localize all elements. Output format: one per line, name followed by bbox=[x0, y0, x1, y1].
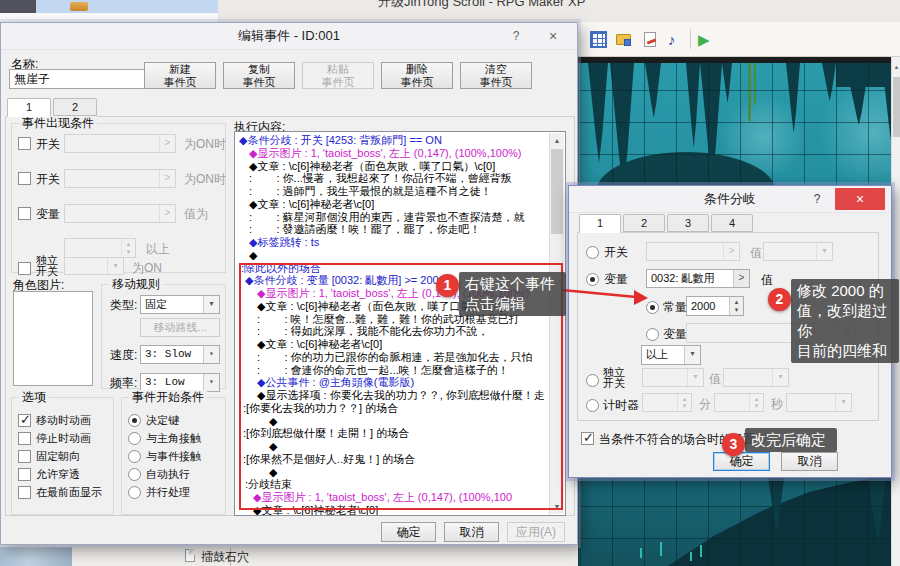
map-tree-item[interactable]: 擂鼓石穴 bbox=[201, 549, 249, 566]
condition-suffix: 为ON时 bbox=[184, 136, 226, 153]
cube-shape bbox=[624, 39, 631, 46]
branch-tab[interactable]: 3 bbox=[667, 214, 709, 232]
ok-button[interactable]: 确定 bbox=[381, 522, 436, 542]
condition-spinner-suffix: 以上 bbox=[146, 241, 170, 258]
comparison-select[interactable]: 以上 bbox=[641, 345, 701, 365]
event-page-tab[interactable]: 2 bbox=[53, 98, 97, 116]
play-icon[interactable]: ▶ bbox=[698, 31, 715, 48]
event-page-button[interactable]: 粘贴 事件页 bbox=[302, 62, 374, 89]
event-page-tab[interactable]: 1 bbox=[7, 98, 51, 117]
self-switch-value-combo[interactable] bbox=[723, 368, 789, 387]
annotation-step-3-tip: 改完后确定 bbox=[745, 428, 837, 452]
event-command-line[interactable]: : : 蘇星河那個沒用的東西，連背景也不查探清楚，就 bbox=[235, 211, 565, 224]
apply-button[interactable]: 应用(A) bbox=[507, 522, 565, 542]
self-switch-checkbox[interactable] bbox=[18, 262, 31, 275]
self-switch-radio[interactable] bbox=[586, 374, 599, 387]
event-command-line[interactable]: ◆文章 : \c[6]神秘老者（面色灰敗，嘆了口氣）\c[0] bbox=[235, 160, 565, 173]
script-icon[interactable] bbox=[642, 31, 659, 48]
toolbar-separator bbox=[690, 29, 691, 49]
background-bottom-panel: 擂鼓石穴 bbox=[0, 545, 578, 566]
event-command-line[interactable]: ◆显示图片 : 1, 'taoist_boss', 左上 (0,147), (1… bbox=[235, 147, 565, 160]
event-command-line[interactable]: : : 發邀請函麼！唉！罷了，罷了，你走吧！ bbox=[235, 223, 565, 236]
trigger-radio[interactable] bbox=[128, 486, 141, 499]
database-icon[interactable] bbox=[590, 31, 607, 48]
move-type-select[interactable]: 固定 bbox=[140, 295, 220, 314]
condition-checkbox[interactable] bbox=[18, 137, 31, 150]
event-command-line[interactable]: ◆文章 : \c[6]神秘老者\c[0] bbox=[235, 198, 565, 211]
variable-combo[interactable]: 0032: 亂數用 bbox=[646, 269, 750, 288]
event-page-button[interactable]: 新建 事件页 bbox=[144, 62, 216, 89]
switch-radio[interactable] bbox=[586, 246, 599, 259]
event-command-line[interactable]: ◆条件分歧 : 开关 [4253: 背叛師門] == ON bbox=[235, 134, 565, 147]
condition-combo[interactable] bbox=[64, 169, 176, 188]
condition-row: 变量 值为 bbox=[12, 204, 225, 239]
condition-checkbox[interactable] bbox=[18, 207, 31, 220]
option-checkbox[interactable] bbox=[18, 432, 31, 445]
scroll-up-icon[interactable]: ▴ bbox=[892, 63, 900, 71]
exec-scrollbar-thumb[interactable] bbox=[551, 149, 563, 234]
edit-event-dialog-titlebar: 编辑事件 - ID:001 bbox=[1, 23, 577, 50]
close-icon[interactable]: × bbox=[533, 26, 573, 46]
trigger-radio[interactable] bbox=[128, 450, 141, 463]
ok-button[interactable]: 确定 bbox=[713, 452, 770, 471]
trigger-radio[interactable] bbox=[128, 468, 141, 481]
event-page-button[interactable]: 删除 事件页 bbox=[381, 62, 453, 89]
timer-compare-combo[interactable] bbox=[786, 393, 852, 412]
condition-combo[interactable] bbox=[64, 134, 176, 153]
close-icon[interactable]: × bbox=[835, 188, 885, 210]
help-button[interactable]: ? bbox=[501, 26, 531, 46]
help-button[interactable]: ? bbox=[805, 189, 829, 209]
timer-sec-spinner[interactable] bbox=[714, 393, 764, 412]
switch-combo[interactable] bbox=[646, 242, 740, 261]
cancel-button[interactable]: 取消 bbox=[781, 452, 838, 471]
trigger-title: 事件开始条件 bbox=[129, 390, 207, 404]
branch-tab[interactable]: 2 bbox=[623, 214, 665, 232]
move-rules-title: 移动规则 bbox=[109, 277, 163, 291]
audio-icon[interactable]: ♪ bbox=[668, 31, 685, 48]
option-row: 在最前面显示 bbox=[12, 484, 113, 502]
move-route-button[interactable]: 移动路线... bbox=[140, 318, 220, 337]
appear-conditions-title: 事件出现条件 bbox=[19, 116, 97, 130]
timer-radio[interactable] bbox=[586, 399, 599, 412]
operand-variable-radio[interactable] bbox=[646, 328, 659, 341]
map-scrollbar-thumb[interactable] bbox=[893, 77, 900, 137]
event-command-line[interactable]: ◆ bbox=[235, 249, 565, 262]
cancel-button[interactable]: 取消 bbox=[444, 522, 499, 542]
condition-value-spinner[interactable] bbox=[64, 238, 136, 258]
branch-tab[interactable]: 4 bbox=[711, 214, 753, 232]
trigger-radio[interactable] bbox=[128, 414, 141, 427]
branch-tab[interactable]: 1 bbox=[579, 214, 621, 233]
annotation-arrow bbox=[556, 282, 656, 308]
name-input[interactable]: 無崖子 bbox=[9, 69, 161, 89]
timer-min-spinner[interactable] bbox=[642, 393, 692, 412]
else-branch-checkbox[interactable] bbox=[581, 432, 594, 445]
condition-label: 开关 bbox=[36, 171, 60, 188]
option-checkbox[interactable] bbox=[18, 486, 31, 499]
condition-suffix: 为ON时 bbox=[184, 171, 226, 188]
self-switch-combo[interactable] bbox=[642, 368, 704, 387]
option-row: 移动时动画 bbox=[12, 412, 113, 430]
self-switch-combo[interactable] bbox=[64, 257, 124, 275]
constant-spinner[interactable]: 2000 bbox=[686, 296, 744, 316]
annotation-step-3-badge: 3 bbox=[722, 433, 745, 456]
event-page-button[interactable]: 清空 事件页 bbox=[460, 62, 532, 89]
graphic-box[interactable] bbox=[13, 291, 93, 386]
option-checkbox[interactable] bbox=[18, 414, 31, 427]
scroll-up-icon[interactable]: ▲ bbox=[550, 133, 564, 148]
trigger-radio[interactable] bbox=[128, 432, 141, 445]
event-command-line[interactable]: : : 過師門，我生平最恨的就是這種不肖之徒！ bbox=[235, 185, 565, 198]
trigger-row: 自动执行 bbox=[122, 466, 225, 484]
condition-combo[interactable] bbox=[64, 204, 176, 223]
switch-value-combo[interactable] bbox=[763, 242, 833, 261]
resources-icon[interactable] bbox=[616, 31, 633, 48]
event-command-line[interactable]: : : 你...慢著，我想起來了！你品行不端，曾經背叛 bbox=[235, 172, 565, 185]
event-command-line[interactable]: ◆标签跳转 : ts bbox=[235, 236, 565, 249]
option-label: 移动时动画 bbox=[36, 413, 91, 428]
condition-checkbox[interactable] bbox=[18, 172, 31, 185]
option-checkbox[interactable] bbox=[18, 468, 31, 481]
trigger-label: 决定键 bbox=[146, 413, 179, 428]
option-checkbox[interactable] bbox=[18, 450, 31, 463]
move-speed-select[interactable]: 3: Slow bbox=[140, 345, 220, 364]
event-page-button[interactable]: 复制 事件页 bbox=[223, 62, 295, 89]
self-switch-label: 独立 开关 bbox=[36, 255, 58, 277]
